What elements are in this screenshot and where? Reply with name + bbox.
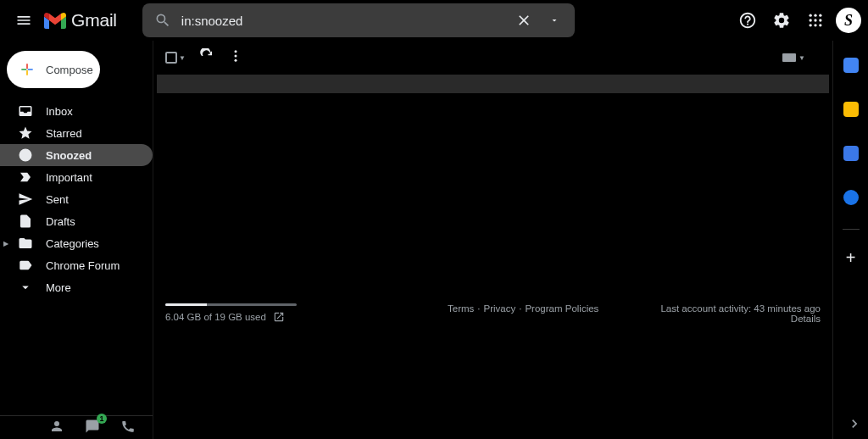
app-header: Gmail S <box>0 0 868 41</box>
help-icon <box>738 11 757 30</box>
svg-point-2 <box>819 14 821 17</box>
open-in-new-icon[interactable] <box>273 311 285 323</box>
svg-point-5 <box>819 19 821 21</box>
sidebar-item-label: More <box>46 281 71 294</box>
settings-button[interactable] <box>765 3 798 37</box>
sidebar-item-more[interactable]: More <box>0 276 153 298</box>
svg-point-1 <box>814 14 816 17</box>
person-icon <box>49 419 64 434</box>
google-apps-button[interactable] <box>798 3 832 37</box>
account-avatar[interactable]: S <box>836 8 861 33</box>
svg-point-4 <box>814 19 816 21</box>
important-icon <box>17 169 34 186</box>
search-input[interactable] <box>178 14 509 28</box>
input-tools-button[interactable]: ▼ <box>782 53 805 62</box>
divider <box>843 229 860 230</box>
contacts-addon-button[interactable] <box>838 185 864 210</box>
svg-point-9 <box>234 50 236 53</box>
compose-label: Compose <box>46 64 93 76</box>
sidebar-item-label: Chrome Forum <box>46 259 120 272</box>
main-menu-button[interactable] <box>7 3 41 37</box>
select-all-checkbox[interactable]: ▼ <box>165 52 186 64</box>
refresh-icon <box>199 48 214 64</box>
star-icon <box>17 125 34 142</box>
keep-icon <box>843 102 859 117</box>
sidebar-item-label: Inbox <box>46 105 73 118</box>
more-actions-button[interactable] <box>228 48 243 67</box>
terms-link[interactable]: Terms <box>448 303 474 314</box>
tasks-addon-button[interactable] <box>838 141 864 166</box>
mail-toolbar: ▼ ▼ <box>153 41 832 75</box>
gmail-wordmark: Gmail <box>71 10 117 31</box>
inbox-icon <box>17 103 34 119</box>
apps-grid-icon <box>807 12 824 29</box>
search-button[interactable] <box>147 5 178 36</box>
hamburger-icon <box>15 12 32 29</box>
sidebar-item-snoozed[interactable]: Snoozed <box>0 144 153 166</box>
sidebar-item-sent[interactable]: Sent <box>0 188 153 210</box>
chat-badge: 1 <box>97 414 107 424</box>
hide-side-panel-button[interactable] <box>846 415 863 436</box>
activity-text: Last account activity: 43 minutes ago <box>660 303 821 314</box>
sidebar-item-drafts[interactable]: Drafts <box>0 210 153 232</box>
svg-point-0 <box>810 14 812 17</box>
storage-progress <box>165 303 297 306</box>
sidebar-item-label: Drafts <box>46 215 75 228</box>
gmail-logo[interactable]: Gmail <box>44 10 117 31</box>
storage-section: 6.04 GB of 19 GB used <box>165 303 386 324</box>
empty-message-row <box>157 75 829 93</box>
privacy-link[interactable]: Privacy <box>484 303 516 314</box>
chevron-down-icon <box>17 279 34 296</box>
compose-button[interactable]: Compose <box>7 51 100 88</box>
sidebar-item-chrome-forum[interactable]: Chrome Forum <box>0 254 153 276</box>
left-sidebar: Compose Inbox Starred Snoozed Important … <box>0 41 153 439</box>
calendar-addon-button[interactable] <box>838 53 864 78</box>
plus-icon <box>19 61 36 78</box>
caret-down-icon <box>549 15 559 25</box>
footer: 6.04 GB of 19 GB used Terms·Privacy·Prog… <box>165 303 821 324</box>
svg-point-3 <box>810 19 812 21</box>
file-icon <box>17 213 34 230</box>
policies-link[interactable]: Program Policies <box>525 303 598 314</box>
more-vertical-icon <box>228 48 243 64</box>
activity-section: Last account activity: 43 minutes ago De… <box>660 303 821 324</box>
search-bar <box>142 3 575 37</box>
get-addons-button[interactable]: + <box>846 248 856 268</box>
close-icon <box>515 12 532 29</box>
tasks-icon <box>843 146 859 161</box>
search-icon <box>154 12 171 29</box>
caret-down-icon: ▼ <box>179 54 186 62</box>
sidebar-item-important[interactable]: Important <box>0 166 153 188</box>
label-icon <box>17 257 34 274</box>
sidebar-item-starred[interactable]: Starred <box>0 122 153 144</box>
folder-icon <box>17 235 34 252</box>
svg-point-8 <box>819 24 821 26</box>
chevron-right-icon <box>846 415 863 432</box>
details-link[interactable]: Details <box>660 314 821 324</box>
sidebar-item-inbox[interactable]: Inbox <box>0 100 153 122</box>
phone-icon <box>120 419 136 434</box>
storage-text: 6.04 GB of 19 GB used <box>165 312 266 322</box>
support-button[interactable] <box>731 3 765 37</box>
clock-icon <box>17 147 34 164</box>
hangouts-phone-button[interactable] <box>120 419 136 437</box>
checkbox-icon <box>165 52 177 64</box>
sidebar-item-label: Categories <box>46 237 99 250</box>
refresh-button[interactable] <box>199 48 214 67</box>
keep-addon-button[interactable] <box>838 97 864 122</box>
hangouts-contacts-button[interactable] <box>49 419 64 437</box>
folder-nav: Inbox Starred Snoozed Important Sent Dra… <box>0 100 153 298</box>
side-panel: + <box>832 41 868 439</box>
svg-point-10 <box>234 55 236 58</box>
caret-right-icon: ▶ <box>3 240 8 247</box>
sidebar-item-categories[interactable]: ▶ Categories <box>0 232 153 254</box>
hangouts-chat-button[interactable]: 1 <box>85 419 100 437</box>
clear-search-button[interactable] <box>509 5 539 36</box>
svg-point-11 <box>234 59 236 62</box>
calendar-icon <box>843 58 859 73</box>
search-options-button[interactable] <box>539 5 570 36</box>
sidebar-item-label: Important <box>46 171 92 184</box>
svg-point-7 <box>814 24 816 26</box>
gear-icon <box>772 11 791 30</box>
sidebar-item-label: Starred <box>46 127 82 140</box>
